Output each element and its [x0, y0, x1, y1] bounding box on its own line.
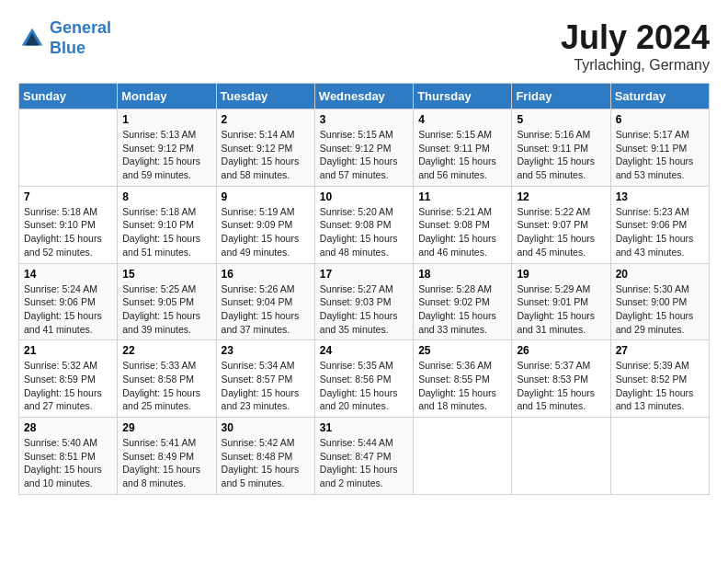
calendar-cell: 15Sunrise: 5:25 AMSunset: 9:05 PMDayligh…	[118, 263, 216, 340]
day-number: 18	[418, 268, 506, 281]
location: Tyrlaching, Germany	[561, 57, 710, 74]
calendar-cell	[414, 418, 512, 495]
calendar-cell: 1Sunrise: 5:13 AMSunset: 9:12 PMDaylight…	[118, 109, 216, 187]
day-info: Sunrise: 5:29 AMSunset: 9:01 PMDaylight:…	[517, 282, 605, 337]
day-number: 22	[122, 344, 210, 357]
day-info: Sunrise: 5:18 AMSunset: 9:10 PMDaylight:…	[122, 205, 210, 259]
day-number: 20	[616, 268, 704, 281]
day-number: 1	[122, 113, 210, 126]
day-info: Sunrise: 5:42 AMSunset: 8:48 PMDaylight:…	[222, 436, 310, 490]
day-info: Sunrise: 5:24 AMSunset: 9:06 PMDaylight:…	[24, 282, 112, 337]
day-number: 30	[222, 421, 310, 434]
calendar-cell: 20Sunrise: 5:30 AMSunset: 9:00 PMDayligh…	[610, 263, 709, 340]
calendar-cell: 21Sunrise: 5:32 AMSunset: 8:59 PMDayligh…	[19, 340, 118, 418]
calendar-cell: 9Sunrise: 5:19 AMSunset: 9:09 PMDaylight…	[216, 186, 314, 263]
day-info: Sunrise: 5:34 AMSunset: 8:57 PMDaylight:…	[222, 359, 310, 413]
day-number: 11	[418, 190, 506, 203]
day-info: Sunrise: 5:19 AMSunset: 9:09 PMDaylight:…	[222, 205, 310, 259]
weekday-header-monday: Monday	[118, 84, 216, 109]
calendar-cell: 12Sunrise: 5:22 AMSunset: 9:07 PMDayligh…	[512, 186, 610, 263]
weekday-header-friday: Friday	[512, 84, 610, 109]
day-number: 15	[122, 268, 210, 281]
day-info: Sunrise: 5:13 AMSunset: 9:12 PMDaylight:…	[122, 128, 210, 182]
day-info: Sunrise: 5:35 AMSunset: 8:56 PMDaylight:…	[320, 359, 408, 413]
calendar-cell: 6Sunrise: 5:17 AMSunset: 9:11 PMDaylight…	[610, 109, 709, 187]
calendar-cell: 3Sunrise: 5:15 AMSunset: 9:12 PMDaylight…	[314, 109, 413, 187]
calendar-cell: 16Sunrise: 5:26 AMSunset: 9:04 PMDayligh…	[216, 263, 314, 340]
day-info: Sunrise: 5:20 AMSunset: 9:08 PMDaylight:…	[320, 205, 408, 259]
day-info: Sunrise: 5:15 AMSunset: 9:11 PMDaylight:…	[418, 128, 506, 182]
calendar-week-1: 7Sunrise: 5:18 AMSunset: 9:10 PMDaylight…	[19, 186, 710, 263]
day-info: Sunrise: 5:39 AMSunset: 8:52 PMDaylight:…	[616, 359, 704, 413]
calendar-cell: 25Sunrise: 5:36 AMSunset: 8:55 PMDayligh…	[414, 340, 512, 418]
month-title: July 2024	[561, 18, 710, 57]
calendar-cell: 31Sunrise: 5:44 AMSunset: 8:47 PMDayligh…	[314, 418, 413, 495]
calendar-week-3: 21Sunrise: 5:32 AMSunset: 8:59 PMDayligh…	[19, 340, 710, 418]
calendar-cell: 30Sunrise: 5:42 AMSunset: 8:48 PMDayligh…	[216, 418, 314, 495]
logo-icon	[18, 25, 46, 52]
day-number: 26	[517, 344, 605, 357]
day-number: 19	[517, 268, 605, 281]
calendar-header: SundayMondayTuesdayWednesdayThursdayFrid…	[19, 84, 710, 109]
logo-text: General Blue	[50, 18, 111, 58]
day-number: 6	[616, 113, 704, 126]
day-number: 10	[320, 190, 408, 203]
calendar-cell: 19Sunrise: 5:29 AMSunset: 9:01 PMDayligh…	[512, 263, 610, 340]
day-info: Sunrise: 5:16 AMSunset: 9:11 PMDaylight:…	[517, 128, 605, 182]
calendar-cell: 17Sunrise: 5:27 AMSunset: 9:03 PMDayligh…	[314, 263, 413, 340]
day-info: Sunrise: 5:30 AMSunset: 9:00 PMDaylight:…	[616, 282, 704, 337]
weekday-header-sunday: Sunday	[19, 84, 118, 109]
day-info: Sunrise: 5:27 AMSunset: 9:03 PMDaylight:…	[320, 282, 408, 337]
calendar-cell	[610, 418, 709, 495]
day-number: 21	[24, 344, 112, 357]
day-number: 8	[122, 190, 210, 203]
day-number: 27	[616, 344, 704, 357]
logo-line2: Blue	[50, 39, 85, 57]
calendar-cell	[512, 418, 610, 495]
weekday-header-thursday: Thursday	[414, 84, 512, 109]
day-number: 9	[222, 190, 310, 203]
day-number: 17	[320, 268, 408, 281]
day-number: 28	[24, 421, 112, 434]
day-number: 7	[24, 190, 112, 203]
day-info: Sunrise: 5:14 AMSunset: 9:12 PMDaylight:…	[222, 128, 310, 182]
weekday-header-row: SundayMondayTuesdayWednesdayThursdayFrid…	[19, 84, 710, 109]
day-number: 16	[222, 268, 310, 281]
day-number: 12	[517, 190, 605, 203]
calendar-cell	[19, 109, 118, 187]
day-info: Sunrise: 5:40 AMSunset: 8:51 PMDaylight:…	[24, 436, 112, 490]
calendar-cell: 27Sunrise: 5:39 AMSunset: 8:52 PMDayligh…	[610, 340, 709, 418]
logo-line1: General	[50, 18, 111, 37]
day-number: 23	[222, 344, 310, 357]
day-info: Sunrise: 5:26 AMSunset: 9:04 PMDaylight:…	[222, 282, 310, 337]
day-number: 13	[616, 190, 704, 203]
day-info: Sunrise: 5:23 AMSunset: 9:06 PMDaylight:…	[616, 205, 704, 259]
calendar-cell: 28Sunrise: 5:40 AMSunset: 8:51 PMDayligh…	[19, 418, 118, 495]
day-number: 2	[222, 113, 310, 126]
weekday-header-tuesday: Tuesday	[216, 84, 314, 109]
day-info: Sunrise: 5:33 AMSunset: 8:58 PMDaylight:…	[122, 359, 210, 413]
calendar-cell: 14Sunrise: 5:24 AMSunset: 9:06 PMDayligh…	[19, 263, 118, 340]
calendar-cell: 18Sunrise: 5:28 AMSunset: 9:02 PMDayligh…	[414, 263, 512, 340]
day-info: Sunrise: 5:21 AMSunset: 9:08 PMDaylight:…	[418, 205, 506, 259]
day-number: 5	[517, 113, 605, 126]
calendar-cell: 2Sunrise: 5:14 AMSunset: 9:12 PMDaylight…	[216, 109, 314, 187]
logo: General Blue	[18, 18, 111, 58]
calendar-cell: 11Sunrise: 5:21 AMSunset: 9:08 PMDayligh…	[414, 186, 512, 263]
day-info: Sunrise: 5:32 AMSunset: 8:59 PMDaylight:…	[24, 359, 112, 413]
day-info: Sunrise: 5:37 AMSunset: 8:53 PMDaylight:…	[517, 359, 605, 413]
calendar-cell: 22Sunrise: 5:33 AMSunset: 8:58 PMDayligh…	[118, 340, 216, 418]
day-info: Sunrise: 5:36 AMSunset: 8:55 PMDaylight:…	[418, 359, 506, 413]
calendar-cell: 23Sunrise: 5:34 AMSunset: 8:57 PMDayligh…	[216, 340, 314, 418]
title-block: July 2024 Tyrlaching, Germany	[561, 18, 710, 74]
calendar-cell: 13Sunrise: 5:23 AMSunset: 9:06 PMDayligh…	[610, 186, 709, 263]
page-header: General Blue July 2024 Tyrlaching, Germa…	[18, 18, 710, 74]
day-number: 4	[418, 113, 506, 126]
calendar-cell: 26Sunrise: 5:37 AMSunset: 8:53 PMDayligh…	[512, 340, 610, 418]
day-info: Sunrise: 5:25 AMSunset: 9:05 PMDaylight:…	[122, 282, 210, 337]
calendar-cell: 10Sunrise: 5:20 AMSunset: 9:08 PMDayligh…	[314, 186, 413, 263]
calendar-cell: 5Sunrise: 5:16 AMSunset: 9:11 PMDaylight…	[512, 109, 610, 187]
day-info: Sunrise: 5:28 AMSunset: 9:02 PMDaylight:…	[418, 282, 506, 337]
calendar-week-2: 14Sunrise: 5:24 AMSunset: 9:06 PMDayligh…	[19, 263, 710, 340]
calendar-table: SundayMondayTuesdayWednesdayThursdayFrid…	[18, 83, 710, 495]
